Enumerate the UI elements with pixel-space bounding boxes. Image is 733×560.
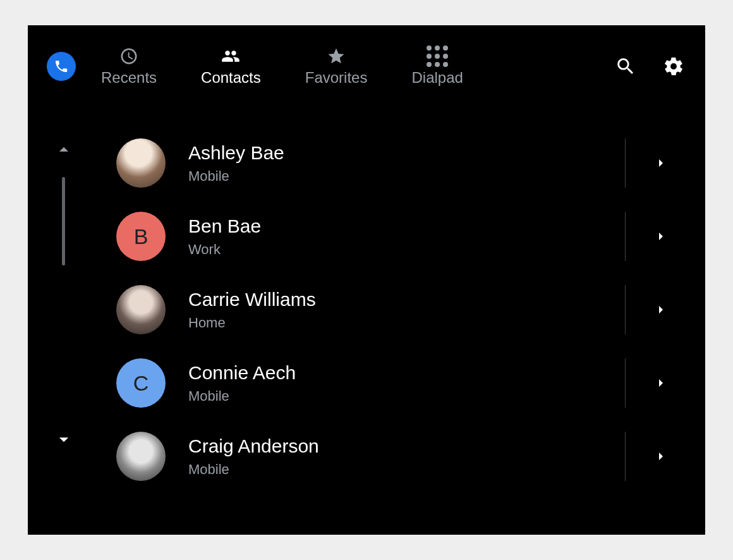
contact-name: Ashley Bae bbox=[188, 142, 617, 164]
contact-name: Ben Bae bbox=[188, 215, 617, 238]
contact-list-wrap: Ashley Bae Mobile B Ben Bae bbox=[91, 107, 705, 535]
contact-row[interactable]: Craig Anderson Mobile bbox=[116, 420, 686, 487]
row-divider bbox=[625, 285, 626, 334]
row-divider bbox=[625, 432, 626, 481]
avatar bbox=[116, 285, 166, 334]
tab-label: Contacts bbox=[201, 69, 261, 87]
tab-label: Favorites bbox=[305, 69, 368, 87]
contact-phone-type: Home bbox=[188, 315, 617, 331]
contact-phone-type: Work bbox=[188, 241, 617, 258]
contact-row[interactable]: Ashley Bae Mobile bbox=[116, 126, 686, 200]
search-button[interactable] bbox=[613, 54, 638, 79]
chevron-right-icon bbox=[653, 302, 669, 317]
contact-name: Craig Anderson bbox=[188, 435, 617, 458]
tab-label: Dialpad bbox=[411, 69, 463, 87]
contact-phone-type: Mobile bbox=[188, 461, 617, 478]
chevron-right-icon bbox=[653, 449, 669, 464]
avatar-letter: C bbox=[133, 371, 149, 396]
tab-dialpad[interactable]: Dialpad bbox=[411, 46, 463, 87]
top-bar: Recents Contacts Favorites bbox=[28, 25, 705, 107]
contact-list: Ashley Bae Mobile B Ben Bae bbox=[116, 126, 686, 535]
contact-row[interactable]: Carrie Williams Home bbox=[116, 273, 686, 346]
contact-row[interactable]: B Ben Bae Work bbox=[116, 200, 686, 273]
contact-info: Carrie Williams Home bbox=[188, 288, 617, 331]
contact-detail-button[interactable] bbox=[648, 224, 674, 249]
chevron-right-icon bbox=[653, 229, 669, 244]
scroll-down-button[interactable] bbox=[53, 429, 75, 453]
star-icon bbox=[327, 46, 346, 66]
contact-info: Connie Aech Mobile bbox=[188, 362, 617, 405]
top-actions bbox=[613, 54, 686, 79]
gear-icon bbox=[663, 56, 684, 77]
clock-icon bbox=[119, 46, 138, 66]
contact-info: Craig Anderson Mobile bbox=[188, 435, 617, 478]
contact-name: Carrie Williams bbox=[188, 288, 617, 311]
contact-info: Ashley Bae Mobile bbox=[188, 142, 617, 185]
phone-icon bbox=[54, 59, 69, 74]
row-divider bbox=[625, 138, 626, 188]
chevron-up-icon bbox=[53, 139, 75, 161]
chevron-right-icon bbox=[653, 155, 669, 171]
contact-detail-button[interactable] bbox=[648, 444, 674, 469]
contact-phone-type: Mobile bbox=[188, 168, 617, 185]
tab-contacts[interactable]: Contacts bbox=[201, 46, 261, 87]
contact-detail-button[interactable] bbox=[648, 297, 674, 322]
dialer-app-window: Recents Contacts Favorites bbox=[28, 25, 705, 535]
chevron-right-icon bbox=[653, 375, 669, 391]
tab-bar: Recents Contacts Favorites bbox=[101, 46, 463, 87]
contact-row[interactable]: C Connie Aech Mobile bbox=[116, 346, 686, 420]
people-icon bbox=[221, 46, 240, 66]
content-area: Ashley Bae Mobile B Ben Bae bbox=[28, 107, 705, 535]
avatar bbox=[116, 138, 166, 188]
scroll-up-button[interactable] bbox=[53, 139, 75, 163]
contact-phone-type: Mobile bbox=[188, 388, 617, 405]
contact-info: Ben Bae Work bbox=[188, 215, 617, 258]
tab-recents[interactable]: Recents bbox=[101, 46, 157, 87]
search-icon bbox=[615, 56, 636, 77]
contact-detail-button[interactable] bbox=[648, 370, 674, 396]
avatar-letter: B bbox=[134, 224, 148, 249]
row-divider bbox=[625, 358, 626, 408]
avatar: B bbox=[116, 212, 166, 261]
contact-detail-button[interactable] bbox=[648, 150, 674, 176]
tab-favorites[interactable]: Favorites bbox=[305, 46, 368, 87]
contact-name: Connie Aech bbox=[188, 362, 617, 384]
scroll-rail bbox=[28, 107, 91, 535]
chevron-down-icon bbox=[53, 429, 75, 450]
dialpad-icon bbox=[427, 46, 448, 66]
avatar bbox=[116, 432, 166, 481]
settings-button[interactable] bbox=[661, 54, 686, 79]
tab-label: Recents bbox=[101, 69, 157, 87]
avatar: C bbox=[116, 358, 166, 408]
scroll-thumb[interactable] bbox=[62, 177, 65, 265]
phone-app-icon[interactable] bbox=[47, 52, 76, 81]
row-divider bbox=[625, 212, 626, 261]
